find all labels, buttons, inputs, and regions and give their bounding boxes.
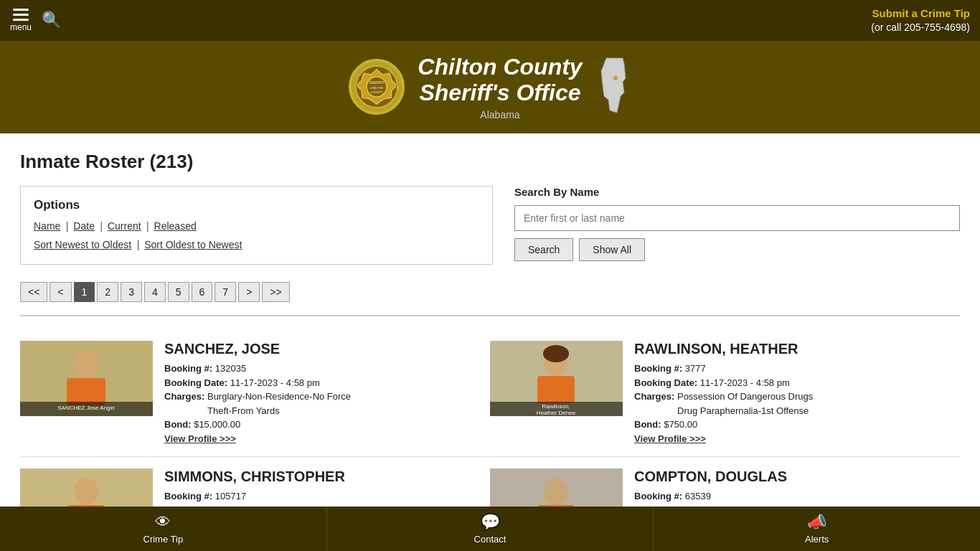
banner-title: Chilton CountySheriff's Office bbox=[418, 54, 582, 107]
page-2[interactable]: 2 bbox=[97, 282, 118, 302]
bottom-nav-alerts[interactable]: 📣 Alerts bbox=[654, 507, 980, 551]
inmate-name: SANCHEZ, JOSE bbox=[164, 341, 490, 357]
alerts-icon: 📣 bbox=[807, 513, 826, 532]
menu-label: menu bbox=[10, 22, 32, 32]
sort-newest-oldest-link[interactable]: Sort Newest to Oldest bbox=[34, 239, 131, 250]
inmate-info: SANCHEZ, JOSE Booking #: 132035 Booking … bbox=[164, 341, 490, 445]
crime-tip-link[interactable]: Submit a Crime Tip (or call 205-755-4698… bbox=[871, 6, 970, 35]
inmate-photo-rawlinson: Rawlinson, Heather Denee bbox=[490, 341, 623, 416]
inmate-detail: Booking #: 105717 bbox=[164, 489, 490, 504]
search-by-name-label: Search By Name bbox=[514, 186, 960, 198]
page-first[interactable]: << bbox=[20, 282, 47, 302]
released-filter-link[interactable]: Released bbox=[154, 220, 197, 232]
search-input[interactable] bbox=[514, 205, 960, 231]
page-5[interactable]: 5 bbox=[168, 282, 189, 302]
banner-text: Chilton CountySheriff's Office Alabama bbox=[418, 54, 582, 121]
search-box: Search By Name Search Show All bbox=[514, 186, 960, 261]
bottom-nav-crime-tip[interactable]: 👁 Crime Tip bbox=[0, 507, 327, 551]
inmate-detail: Booking #: 63539 bbox=[634, 489, 960, 504]
view-profile-sanchez[interactable]: View Profile >>> bbox=[164, 433, 236, 444]
crime-tip-nav-label: Crime Tip bbox=[143, 534, 184, 545]
inmate-photo-sanchez: SANCHEZ Jose Angel bbox=[20, 341, 153, 416]
options-links: Name | Date | Current | Released bbox=[34, 220, 479, 232]
inmate-name: COMPTON, DOUGLAS bbox=[634, 468, 960, 485]
svg-text:COUNTY: COUNTY bbox=[371, 90, 383, 94]
inmate-info: RAWLINSON, HEATHER Booking #: 3777 Booki… bbox=[634, 341, 960, 445]
crime-tip-icon: 👁 bbox=[155, 513, 171, 532]
page-6[interactable]: 6 bbox=[192, 282, 213, 302]
sheriff-badge: SHERIFF CHILTON COUNTY bbox=[349, 59, 405, 115]
svg-point-20 bbox=[74, 478, 98, 505]
page-7[interactable]: 7 bbox=[215, 282, 236, 302]
top-bar-left: menu 🔍 bbox=[10, 9, 61, 32]
bottom-nav: 👁 Crime Tip 💬 Contact 📣 Alerts bbox=[0, 507, 980, 551]
sort-oldest-newest-link[interactable]: Sort Oldest to Newest bbox=[144, 239, 242, 250]
search-buttons: Search Show All bbox=[514, 238, 960, 261]
page-next[interactable]: > bbox=[238, 282, 260, 302]
svg-rect-15 bbox=[537, 376, 575, 403]
page-3[interactable]: 3 bbox=[121, 282, 142, 302]
search-button[interactable]: Search bbox=[514, 238, 573, 261]
contact-icon: 💬 bbox=[481, 513, 500, 532]
options-sort: Sort Newest to Oldest | Sort Oldest to N… bbox=[34, 238, 479, 251]
alerts-nav-label: Alerts bbox=[805, 534, 829, 545]
svg-point-8 bbox=[73, 349, 99, 378]
page-4[interactable]: 4 bbox=[144, 282, 166, 302]
pagination: << < 1 2 3 4 5 6 7 > >> bbox=[20, 282, 960, 302]
inmate-card: Rawlinson, Heather Denee RAWLINSON, HEAT… bbox=[490, 329, 960, 457]
svg-text:SHERIFF: SHERIFF bbox=[369, 80, 385, 85]
hamburger-icon bbox=[13, 9, 29, 21]
contact-nav-label: Contact bbox=[474, 534, 507, 545]
crime-tip-label: Submit a Crime Tip bbox=[871, 6, 970, 21]
date-filter-link[interactable]: Date bbox=[73, 220, 95, 232]
page-last[interactable]: >> bbox=[262, 282, 289, 302]
inmate-name: RAWLINSON, HEATHER bbox=[634, 341, 960, 357]
banner: SHERIFF CHILTON COUNTY Chilton CountyShe… bbox=[0, 41, 980, 134]
search-icon[interactable]: 🔍 bbox=[42, 11, 61, 29]
svg-point-5 bbox=[613, 76, 618, 80]
page-1[interactable]: 1 bbox=[74, 282, 95, 302]
divider bbox=[20, 315, 960, 316]
phone-label: (or call 205-755-4698) bbox=[871, 21, 970, 35]
banner-subtitle: Alabama bbox=[418, 109, 582, 121]
page-title: Inmate Roster (213) bbox=[20, 151, 960, 173]
state-shape bbox=[595, 57, 631, 117]
bottom-nav-contact[interactable]: 💬 Contact bbox=[327, 507, 654, 551]
page-prev[interactable]: < bbox=[50, 282, 71, 302]
inmate-name: SIMMONS, CHRISTOPHER bbox=[164, 468, 490, 485]
menu-button[interactable]: menu bbox=[10, 9, 32, 32]
main-content: Inmate Roster (213) Options Name | Date … bbox=[0, 133, 980, 551]
svg-rect-9 bbox=[67, 378, 105, 405]
svg-text:Heather Denee: Heather Denee bbox=[537, 410, 576, 416]
show-all-button[interactable]: Show All bbox=[579, 238, 645, 261]
current-filter-link[interactable]: Current bbox=[108, 220, 141, 232]
options-search-row: Options Name | Date | Current | Released… bbox=[20, 186, 960, 265]
svg-text:SANCHEZ Jose Angel: SANCHEZ Jose Angel bbox=[57, 405, 115, 411]
badge-inner: SHERIFF CHILTON COUNTY bbox=[355, 65, 398, 108]
inmate-card: SANCHEZ Jose Angel SANCHEZ, JOSE Booking… bbox=[20, 329, 490, 457]
name-filter-link[interactable]: Name bbox=[34, 220, 60, 232]
inmate-detail: Booking #: 3777 Booking Date: 11-17-2023… bbox=[634, 362, 960, 432]
svg-text:CHILTON: CHILTON bbox=[371, 86, 384, 90]
svg-text:Rawlinson,: Rawlinson, bbox=[542, 403, 570, 410]
svg-point-14 bbox=[543, 345, 569, 362]
options-title: Options bbox=[34, 198, 479, 212]
inmate-detail: Booking #: 132035 Booking Date: 11-17-20… bbox=[164, 362, 490, 432]
options-box: Options Name | Date | Current | Released… bbox=[20, 186, 493, 265]
view-profile-rawlinson[interactable]: View Profile >>> bbox=[634, 433, 706, 444]
svg-point-23 bbox=[544, 478, 568, 505]
top-bar: menu 🔍 Submit a Crime Tip (or call 205-7… bbox=[0, 0, 980, 41]
